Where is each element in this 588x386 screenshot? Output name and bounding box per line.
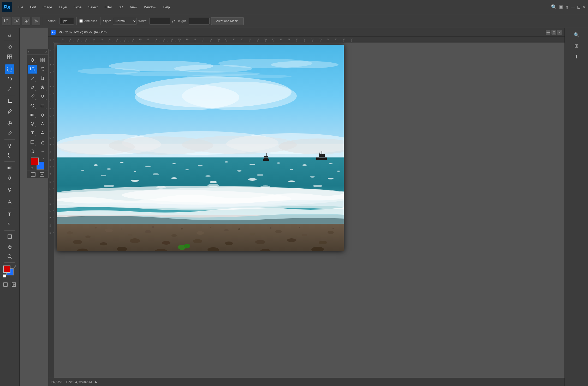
ftb-rect-marquee-btn[interactable]: ▸ — [28, 65, 37, 74]
minimize-icon[interactable]: — — [571, 5, 575, 9]
ftb-pen-btn[interactable]: ▸ — [38, 119, 47, 128]
healing-tool-btn[interactable] — [5, 119, 14, 128]
toolbox-header[interactable]: « ✕ — [27, 49, 48, 55]
type-tool-btn[interactable]: T — [5, 210, 14, 219]
ftb-crop-btn[interactable]: ▸ — [38, 74, 47, 83]
anti-alias-checkbox[interactable] — [79, 19, 83, 23]
ftb-clone-btn[interactable]: ▸ — [38, 92, 47, 101]
shape-tool-btn[interactable] — [5, 232, 14, 241]
ftb-type-btn[interactable]: T ▸ — [28, 129, 37, 137]
ftb-eyedropper-btn[interactable]: ▸ — [28, 83, 37, 92]
ftb-magic-wand-btn[interactable]: ▸ — [28, 74, 37, 83]
ftb-move-btn[interactable]: ▸ — [28, 56, 37, 64]
menu-view[interactable]: View — [127, 4, 140, 11]
share-icon[interactable]: ⬆ — [565, 5, 569, 10]
menu-image[interactable]: Image — [39, 4, 55, 11]
ftb-eraser-btn[interactable]: ▸ — [38, 101, 47, 110]
clone-tool-btn[interactable] — [5, 141, 14, 150]
right-workspace-btn[interactable]: ⊞ — [572, 41, 581, 51]
doc-minimize-btn[interactable]: — — [546, 30, 550, 35]
toolbox-collapse-arrow[interactable]: « — [28, 50, 29, 53]
ftb-shape-btn[interactable]: ▸ — [28, 138, 37, 147]
ftb-zoom-btn[interactable] — [28, 147, 37, 156]
ftb-lasso-btn[interactable]: ▸ — [38, 65, 47, 74]
ftb-hand-btn[interactable] — [38, 138, 47, 147]
brush-tool-btn[interactable] — [5, 129, 14, 138]
canvas-image[interactable] — [57, 45, 344, 251]
menu-window[interactable]: Window — [141, 4, 159, 11]
artboard-tool-btn[interactable] — [5, 52, 14, 62]
height-input[interactable] — [189, 18, 210, 25]
menu-select[interactable]: Select — [85, 4, 101, 11]
style-select[interactable]: Normal Fixed Ratio Fixed Size — [113, 18, 137, 25]
magic-wand-tool-btn[interactable] — [5, 84, 14, 94]
path-select-tool-btn[interactable] — [5, 220, 14, 229]
menu-file[interactable]: File — [15, 4, 26, 11]
ftb-dodge-btn[interactable]: ▸ — [28, 119, 37, 128]
status-arrow[interactable]: ▶ — [95, 380, 97, 384]
maximize-icon[interactable]: ⊡ — [577, 5, 580, 10]
add-selection-btn[interactable] — [12, 17, 20, 25]
reset-colors-icon[interactable] — [3, 274, 6, 278]
svg-text:9: 9 — [49, 108, 51, 109]
rect-marquee-tool-btn[interactable] — [5, 64, 14, 74]
toolbox-swap-color-icon[interactable]: ↗ — [42, 158, 44, 161]
close-icon[interactable]: ✕ — [583, 5, 586, 10]
subtract-selection-btn[interactable] — [22, 17, 30, 25]
quick-mask-btn[interactable] — [10, 281, 17, 288]
search-icon[interactable]: 🔍 — [551, 4, 557, 10]
toolbox-close-btn[interactable]: ✕ — [45, 50, 47, 53]
gradient-tool-btn[interactable] — [5, 163, 14, 172]
ftb-extra-btn[interactable]: ··· — [38, 147, 47, 156]
ftb-path-select-btn[interactable]: ▸ — [38, 129, 47, 137]
swap-colors-icon[interactable]: ⇄ — [14, 265, 16, 268]
width-input[interactable] — [149, 18, 170, 25]
crop-tool-btn[interactable] — [5, 96, 14, 106]
intersect-selection-btn[interactable] — [32, 17, 40, 25]
zoom-display[interactable]: 66,67% — [51, 380, 62, 384]
ftb-healing-btn[interactable]: ▸ — [38, 83, 47, 92]
toolbox-reset-color-btn[interactable]: ⊡ — [31, 167, 33, 170]
eyedropper-tool-btn[interactable] — [5, 106, 14, 116]
new-selection-btn[interactable] — [2, 17, 10, 25]
toolbox-standard-mode-btn[interactable] — [29, 172, 37, 177]
menu-3d[interactable]: 3D — [116, 4, 126, 11]
menu-edit[interactable]: Edit — [27, 4, 39, 11]
dodge-tool-btn[interactable] — [5, 185, 14, 195]
menu-layer[interactable]: Layer — [56, 4, 71, 11]
menu-help[interactable]: Help — [160, 4, 173, 11]
doc-close-btn[interactable]: ✕ — [557, 30, 562, 35]
ftb-gradient-btn[interactable]: ▸ — [28, 110, 37, 119]
ftb-history-btn[interactable]: ▸ — [28, 101, 37, 110]
foreground-color-swatch[interactable] — [3, 266, 10, 273]
ftb-blur-btn[interactable]: ▸ — [38, 110, 47, 119]
ftb-artboard-btn[interactable] — [38, 56, 47, 64]
history-tool-btn[interactable] — [5, 151, 14, 160]
menu-type[interactable]: Type — [71, 4, 85, 11]
svg-point-241 — [101, 175, 106, 176]
canvas-viewport[interactable] — [54, 43, 565, 378]
toolbox-fg-color[interactable] — [31, 158, 39, 165]
doc-maximize-btn[interactable]: ⊡ — [551, 30, 556, 35]
right-search-btn[interactable]: 🔍 — [572, 30, 581, 40]
home-btn[interactable]: ⌂ — [5, 30, 14, 39]
toolbox-color-wrap[interactable]: ↗ ⊡ — [31, 158, 44, 170]
color-swatches[interactable]: ⇄ — [3, 265, 16, 278]
menu-bar: Ps File Edit Image Layer Type Select Fil… — [0, 0, 588, 14]
right-share-btn[interactable]: ⬆ — [572, 52, 581, 62]
blur-tool-btn[interactable] — [5, 173, 14, 182]
workspace-icon[interactable]: ▣ — [559, 4, 563, 10]
standard-mode-btn[interactable] — [2, 281, 9, 288]
hand-tool-btn[interactable] — [5, 242, 14, 251]
select-and-mask-button[interactable]: Select and Mask... — [211, 17, 244, 25]
move-tool-btn[interactable] — [5, 42, 14, 52]
toolbox-quick-mask-mode-btn[interactable] — [38, 172, 46, 177]
ftb-brush-btn[interactable]: ▸ — [28, 92, 37, 101]
svg-rect-256 — [57, 224, 344, 251]
zoom-tool-btn[interactable] — [5, 252, 14, 261]
swap-dimensions-icon[interactable]: ⇄ — [172, 19, 175, 23]
pen-tool-btn[interactable] — [5, 197, 14, 207]
menu-filter[interactable]: Filter — [101, 4, 115, 11]
lasso-tool-btn[interactable] — [5, 74, 14, 84]
feather-input[interactable] — [60, 18, 74, 25]
